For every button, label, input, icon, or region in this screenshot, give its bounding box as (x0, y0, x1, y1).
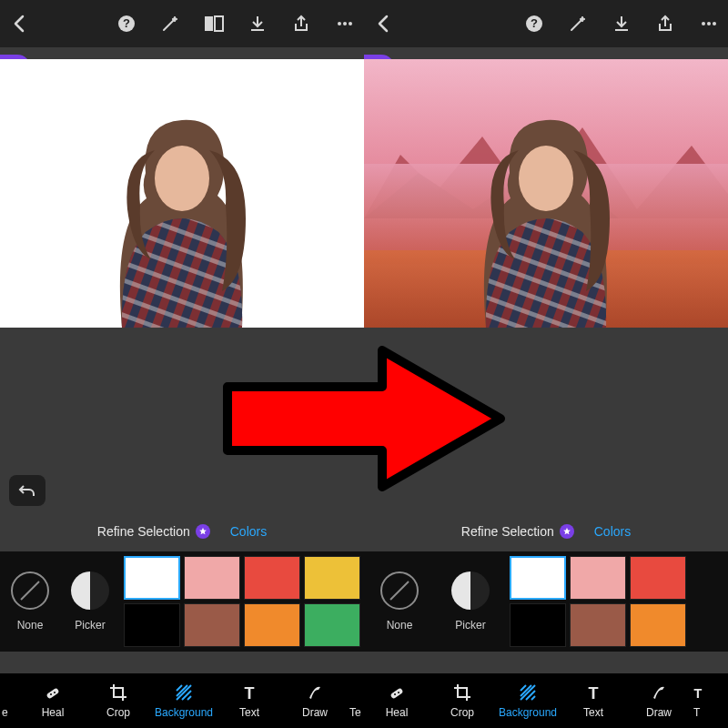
tool-label: Draw (646, 706, 672, 719)
tool-text[interactable]: T Text (561, 682, 626, 719)
swatch-white[interactable] (124, 556, 180, 600)
color-swatch-area: None Picker (364, 551, 728, 652)
svg-point-4 (338, 22, 341, 25)
tool-cut-trailing[interactable]: T T (692, 682, 712, 719)
bg-option-none[interactable]: None (0, 571, 60, 632)
swatch-red[interactable] (630, 556, 686, 600)
picker-label: Picker (75, 619, 105, 632)
swatch-grid (510, 556, 686, 647)
premium-star-icon (196, 524, 210, 539)
swatch-green[interactable] (304, 603, 360, 647)
swatch-pink[interactable] (184, 556, 240, 600)
svg-rect-26 (390, 688, 404, 700)
svg-point-20 (713, 22, 716, 25)
tool-crop[interactable]: Crop (430, 682, 495, 719)
more-icon[interactable] (335, 14, 355, 34)
swatch-white[interactable] (510, 556, 566, 600)
top-toolbar: ? (0, 0, 364, 47)
swatch-brown[interactable] (184, 603, 240, 647)
text-icon: T (584, 682, 602, 703)
tool-label: Crop (450, 706, 474, 719)
tool-label: Heal (42, 706, 65, 719)
none-label: None (387, 619, 413, 632)
image-canvas-after[interactable] (364, 59, 728, 328)
swatch-black[interactable] (124, 603, 180, 647)
help-icon[interactable]: ? (116, 14, 136, 34)
editor-panel-after: ? (364, 0, 728, 728)
bottom-tool-strip: e Heal Crop Background T Text Draw (0, 673, 364, 728)
svg-point-5 (343, 22, 347, 25)
colors-tab[interactable]: Colors (594, 524, 631, 539)
tool-label: Heal (386, 706, 409, 719)
svg-point-7 (155, 146, 209, 211)
share-icon[interactable] (655, 14, 675, 34)
refine-selection-button[interactable]: Refine Selection (97, 524, 210, 539)
refine-label-text: Refine Selection (97, 524, 190, 539)
heal-icon (44, 682, 62, 703)
subject-person (455, 109, 637, 328)
more-icon[interactable] (699, 14, 719, 34)
tool-label: Background (155, 706, 213, 719)
magic-wand-icon[interactable] (160, 14, 180, 34)
svg-text:T: T (245, 684, 255, 702)
swatch-orange[interactable] (630, 603, 686, 647)
svg-line-11 (21, 581, 39, 600)
svg-point-19 (707, 22, 711, 25)
swatch-brown[interactable] (570, 603, 626, 647)
tool-label: Text (583, 706, 603, 719)
image-canvas-before[interactable] (0, 59, 364, 328)
swatch-pink[interactable] (570, 556, 626, 600)
svg-text:T: T (589, 684, 599, 702)
undo-button[interactable] (9, 475, 46, 506)
picker-label: Picker (455, 619, 485, 632)
colors-tab[interactable]: Colors (230, 524, 267, 539)
tool-background[interactable]: Background (151, 682, 217, 719)
tool-crop[interactable]: Crop (86, 682, 151, 719)
tool-draw[interactable]: Draw (282, 682, 348, 719)
back-icon[interactable] (9, 14, 29, 34)
compare-icon[interactable] (204, 14, 224, 34)
none-icon (11, 571, 49, 610)
crop-icon (453, 682, 471, 703)
tool-label: e (2, 706, 8, 719)
share-icon[interactable] (291, 14, 311, 34)
download-icon[interactable] (248, 14, 268, 34)
tool-text[interactable]: T Text (217, 682, 282, 719)
tool-label: Background (499, 706, 557, 719)
svg-point-27 (394, 693, 396, 695)
tool-background[interactable]: Background (495, 682, 561, 719)
download-icon[interactable] (612, 14, 632, 34)
crop-icon (109, 682, 127, 703)
refine-selection-button[interactable]: Refine Selection (461, 524, 574, 539)
tool-heal[interactable]: Heal (20, 682, 86, 719)
help-icon[interactable]: ? (524, 14, 544, 34)
draw-icon (650, 682, 668, 703)
bg-option-picker[interactable]: Picker (435, 571, 506, 632)
swatch-black[interactable] (510, 603, 566, 647)
svg-point-28 (398, 692, 399, 693)
editor-panel-before: ? (0, 0, 364, 728)
background-icon (519, 682, 537, 703)
swatch-grid (124, 556, 360, 647)
tool-label: T (693, 706, 700, 719)
magic-wand-icon[interactable] (568, 14, 588, 34)
svg-text:T: T (693, 686, 702, 701)
tool-label: Te (349, 706, 361, 719)
bg-option-picker[interactable]: Picker (60, 571, 120, 632)
svg-point-21 (519, 146, 573, 211)
swatch-orange[interactable] (244, 603, 300, 647)
premium-star-icon (560, 524, 574, 539)
swatch-red[interactable] (244, 556, 300, 600)
top-toolbar: ? (364, 0, 728, 47)
svg-point-6 (349, 22, 352, 25)
svg-point-14 (54, 692, 56, 693)
refine-row: Refine Selection Colors (0, 519, 364, 544)
tool-cut-leading[interactable]: e (0, 682, 20, 719)
none-icon (380, 571, 419, 610)
back-icon[interactable] (373, 14, 393, 34)
swatch-gold[interactable] (304, 556, 360, 600)
svg-point-13 (50, 693, 52, 695)
tool-draw[interactable]: Draw (626, 682, 692, 719)
bg-option-none[interactable]: None (364, 571, 435, 632)
tool-heal[interactable]: Heal (364, 682, 430, 719)
